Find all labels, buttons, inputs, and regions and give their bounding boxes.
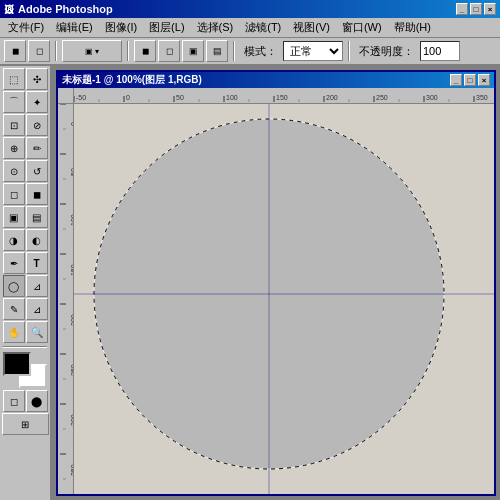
toolbar-btn-7[interactable]: ▤: [206, 40, 228, 62]
tool-row-9: ✒ T: [3, 252, 48, 274]
tool-row-1: ⬚ ✣: [3, 68, 48, 90]
menu-layer[interactable]: 图层(L): [143, 18, 190, 37]
svg-text:0: 0: [126, 94, 130, 101]
svg-text:150: 150: [276, 94, 288, 101]
title-bar: 🖼 Adobe Photoshop _ □ ×: [0, 0, 500, 18]
menu-window[interactable]: 窗口(W): [336, 18, 388, 37]
toolbar-btn-6[interactable]: ▣: [182, 40, 204, 62]
tool-row-6: ◻ ◼: [3, 183, 48, 205]
tool-dodge[interactable]: ◐: [26, 229, 48, 251]
svg-text:50: 50: [176, 94, 184, 101]
doc-maximize-button[interactable]: □: [464, 74, 476, 86]
tool-row-2: ⌒ ✦: [3, 91, 48, 113]
svg-text:200: 200: [326, 94, 338, 101]
tool-shape[interactable]: ◯: [3, 275, 25, 297]
tool-pen[interactable]: ✒: [3, 252, 25, 274]
toolbar: ◼ ◻ ▣ ▾ ◼ ◻ ▣ ▤ 模式： 正常 不透明度：: [0, 38, 500, 66]
doc-minimize-button[interactable]: _: [450, 74, 462, 86]
ruler-corner: [58, 88, 74, 104]
svg-text:250: 250: [376, 94, 388, 101]
workspace: ⬚ ✣ ⌒ ✦ ⊡ ⊘ ⊕ ✏ ⊙ ↺ ◻ ◼ ▣ ▤: [0, 66, 500, 500]
app-icon: 🖼: [4, 4, 14, 15]
doc-close-button[interactable]: ×: [478, 74, 490, 86]
tool-row-screen: ⊞: [2, 413, 49, 435]
tool-move[interactable]: ✣: [26, 68, 48, 90]
doc-window-buttons: _ □ ×: [450, 74, 490, 86]
mode-label: 模式：: [244, 44, 277, 59]
tool-slice[interactable]: ⊘: [26, 114, 48, 136]
close-button[interactable]: ×: [484, 3, 496, 15]
maximize-button[interactable]: □: [470, 3, 482, 15]
tool-text[interactable]: T: [26, 252, 48, 274]
opacity-label: 不透明度：: [359, 44, 414, 59]
tool-quick-mask[interactable]: ⬤: [26, 390, 48, 412]
opacity-input[interactable]: [420, 41, 460, 61]
document-window: 未标题-1 @ 100%(图层 1,RGB) _ □ × -50 0: [56, 70, 496, 496]
tool-row-5: ⊙ ↺: [3, 160, 48, 182]
toolbar-btn-1[interactable]: ◼: [4, 40, 26, 62]
tool-screen-mode[interactable]: ⊞: [2, 413, 49, 435]
tool-stamp[interactable]: ⊙: [3, 160, 25, 182]
ruler-vertical: 0 50 100 150 200 250 300 350: [58, 104, 74, 494]
svg-text:100: 100: [226, 94, 238, 101]
mode-select[interactable]: 正常: [283, 41, 343, 61]
tool-path[interactable]: ⊿: [26, 275, 48, 297]
menu-select[interactable]: 选择(S): [191, 18, 240, 37]
tool-paint-bucket[interactable]: ▤: [26, 206, 48, 228]
tool-separator-colors: [3, 346, 47, 348]
menu-help[interactable]: 帮助(H): [388, 18, 437, 37]
tool-row-12: ✋ 🔍: [3, 321, 48, 343]
tool-row-8: ◑ ◐: [3, 229, 48, 251]
tool-marquee[interactable]: ⬚: [3, 68, 25, 90]
tool-zoom[interactable]: 🔍: [26, 321, 48, 343]
tool-row-7: ▣ ▤: [3, 206, 48, 228]
tool-bg-eraser[interactable]: ◼: [26, 183, 48, 205]
tool-row-11: ✎ ⊿: [3, 298, 48, 320]
tool-row-10: ◯ ⊿: [3, 275, 48, 297]
minimize-button[interactable]: _: [456, 3, 468, 15]
tool-row-modes: ◻ ⬤: [3, 390, 48, 412]
tool-brush[interactable]: ✏: [26, 137, 48, 159]
svg-text:-50: -50: [76, 94, 86, 101]
canvas-svg: [74, 104, 494, 494]
tool-history-brush[interactable]: ↺: [26, 160, 48, 182]
toolbar-btn-4[interactable]: ◼: [134, 40, 156, 62]
tool-eraser[interactable]: ◻: [3, 183, 25, 205]
toolbar-sep-3: [233, 41, 235, 61]
tool-row-3: ⊡ ⊘: [3, 114, 48, 136]
tool-row-4: ⊕ ✏: [3, 137, 48, 159]
toolbar-sep-4: [348, 41, 350, 61]
canvas-area: 未标题-1 @ 100%(图层 1,RGB) _ □ × -50 0: [52, 66, 500, 500]
menu-bar: 文件(F) 编辑(E) 图像(I) 图层(L) 选择(S) 滤镜(T) 视图(V…: [0, 18, 500, 38]
document-titlebar: 未标题-1 @ 100%(图层 1,RGB) _ □ ×: [58, 72, 494, 88]
tool-standard-mode[interactable]: ◻: [3, 390, 25, 412]
toolbox: ⬚ ✣ ⌒ ✦ ⊡ ⊘ ⊕ ✏ ⊙ ↺ ◻ ◼ ▣ ▤: [0, 66, 52, 500]
tool-magic-wand[interactable]: ✦: [26, 91, 48, 113]
toolbar-btn-2[interactable]: ◻: [28, 40, 50, 62]
toolbar-sep-2: [127, 41, 129, 61]
color-selector[interactable]: [3, 352, 47, 388]
menu-filter[interactable]: 滤镜(T): [239, 18, 287, 37]
tool-hand[interactable]: ✋: [3, 321, 25, 343]
menu-edit[interactable]: 编辑(E): [50, 18, 99, 37]
menu-view[interactable]: 视图(V): [287, 18, 336, 37]
menu-image[interactable]: 图像(I): [99, 18, 143, 37]
toolbar-sep-1: [55, 41, 57, 61]
tool-notes[interactable]: ✎: [3, 298, 25, 320]
ruler-horizontal: -50 0 50 100 150 200 250 300 350: [74, 88, 494, 104]
fg-color-swatch[interactable]: [3, 352, 31, 376]
svg-text:350: 350: [476, 94, 488, 101]
svg-text:300: 300: [426, 94, 438, 101]
menu-file[interactable]: 文件(F): [2, 18, 50, 37]
toolbar-btn-3[interactable]: ▣ ▾: [62, 40, 122, 62]
tool-lasso[interactable]: ⌒: [3, 91, 25, 113]
tool-crop[interactable]: ⊡: [3, 114, 25, 136]
canvas-content: [74, 104, 494, 494]
app-title: Adobe Photoshop: [18, 3, 113, 15]
tool-gradient[interactable]: ▣: [3, 206, 25, 228]
tool-heal[interactable]: ⊕: [3, 137, 25, 159]
document-title: 未标题-1 @ 100%(图层 1,RGB): [62, 73, 202, 87]
tool-eyedrop[interactable]: ⊿: [26, 298, 48, 320]
toolbar-btn-5[interactable]: ◻: [158, 40, 180, 62]
tool-blur[interactable]: ◑: [3, 229, 25, 251]
